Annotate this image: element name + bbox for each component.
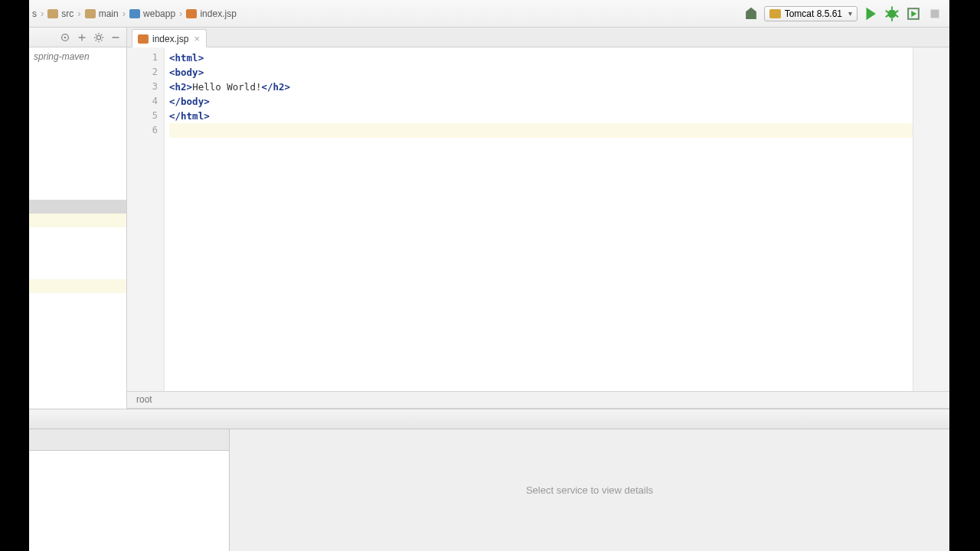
run-with-coverage-button[interactable] bbox=[905, 5, 922, 22]
breadcrumb-label: src bbox=[61, 8, 74, 19]
sidebar-highlight bbox=[29, 200, 126, 214]
svg-rect-2 bbox=[931, 9, 939, 18]
structure-crumb-bar[interactable]: root bbox=[127, 391, 949, 409]
run-button[interactable] bbox=[862, 5, 879, 22]
breadcrumb-item[interactable]: main bbox=[82, 7, 122, 21]
svg-point-5 bbox=[96, 35, 100, 39]
tab-label: index.jsp bbox=[152, 34, 188, 44]
folder-icon bbox=[47, 9, 58, 18]
folder-icon bbox=[85, 9, 96, 18]
locate-button[interactable] bbox=[59, 31, 71, 44]
structure-crumb-label: root bbox=[136, 394, 152, 405]
svg-point-0 bbox=[888, 9, 897, 18]
breadcrumb-item[interactable]: index.jsp bbox=[183, 7, 239, 21]
services-panel: Select service to view details bbox=[29, 429, 949, 551]
breadcrumb-label: main bbox=[99, 8, 119, 19]
debug-button[interactable] bbox=[884, 5, 900, 22]
sidebar-highlight bbox=[29, 279, 126, 293]
folder-icon bbox=[129, 9, 140, 18]
services-tree-header bbox=[29, 429, 229, 451]
editor-error-strip[interactable] bbox=[913, 47, 949, 391]
sidebar-highlight bbox=[29, 214, 126, 227]
services-tree[interactable] bbox=[29, 451, 229, 551]
breadcrumb-label: index.jsp bbox=[200, 8, 236, 19]
breadcrumb-label: webapp bbox=[143, 8, 175, 19]
build-button[interactable] bbox=[743, 5, 760, 22]
project-sidebar: spring-maven bbox=[29, 28, 127, 409]
stop-button[interactable] bbox=[926, 5, 943, 22]
breadcrumb-item[interactable]: webapp bbox=[126, 7, 178, 21]
breadcrumb-label: s bbox=[32, 8, 37, 19]
run-config-label: Tomcat 8.5.61 bbox=[785, 8, 842, 19]
services-placeholder-label: Select service to view details bbox=[526, 484, 653, 496]
close-tab-button[interactable]: × bbox=[194, 33, 200, 44]
run-config-dropdown[interactable]: Tomcat 8.5.61 ▾ bbox=[764, 6, 858, 21]
settings-button[interactable] bbox=[93, 31, 105, 44]
services-detail-area: Select service to view details bbox=[230, 429, 949, 551]
tab-index-jsp[interactable]: index.jsp × bbox=[132, 29, 207, 47]
project-tree-root[interactable]: spring-maven bbox=[29, 47, 126, 66]
code-editor[interactable]: 1 2 3 4 5 6 <html> <body> <h2>Hello Worl… bbox=[127, 47, 949, 391]
project-name-label: spring-maven bbox=[34, 51, 90, 62]
line-gutter: 1 2 3 4 5 6 bbox=[127, 47, 165, 391]
status-bar bbox=[29, 409, 949, 429]
svg-point-4 bbox=[64, 36, 67, 38]
collapse-button[interactable] bbox=[109, 31, 122, 44]
expand-all-button[interactable] bbox=[76, 31, 88, 44]
breadcrumb-item[interactable]: s bbox=[29, 7, 40, 21]
breadcrumb-item[interactable]: src bbox=[44, 7, 77, 21]
editor-tabs: index.jsp × bbox=[127, 28, 949, 47]
chevron-down-icon: ▾ bbox=[848, 9, 852, 18]
jsp-file-icon bbox=[186, 9, 197, 18]
breadcrumb: s › src › main › webapp › index.jsp bbox=[29, 7, 743, 21]
tomcat-icon bbox=[769, 9, 781, 18]
code-area[interactable]: <html> <body> <h2>Hello World!</h2> </bo… bbox=[165, 47, 913, 391]
jsp-file-icon bbox=[138, 34, 149, 44]
